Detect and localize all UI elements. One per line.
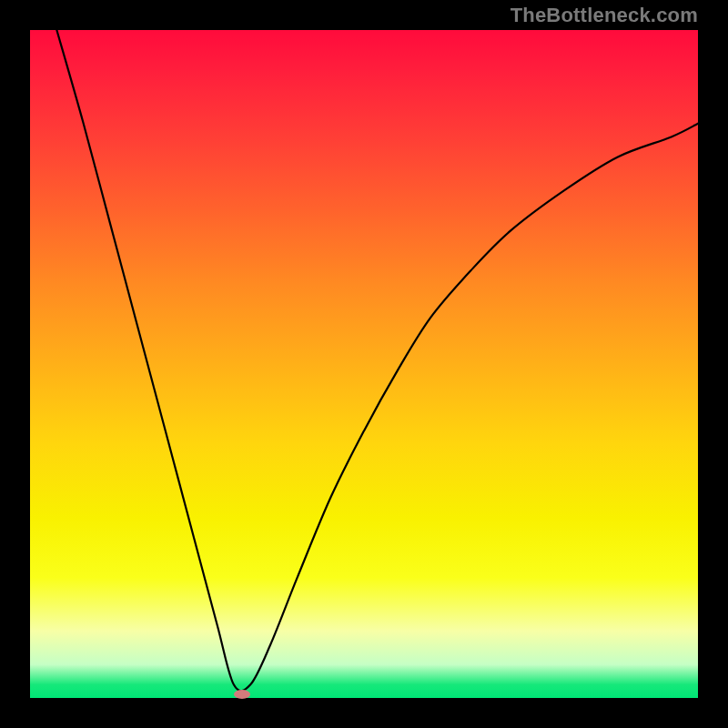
chart-frame: TheBottleneck.com [0,0,728,728]
plot-gradient-area [30,30,698,698]
watermark-text: TheBottleneck.com [30,4,698,27]
